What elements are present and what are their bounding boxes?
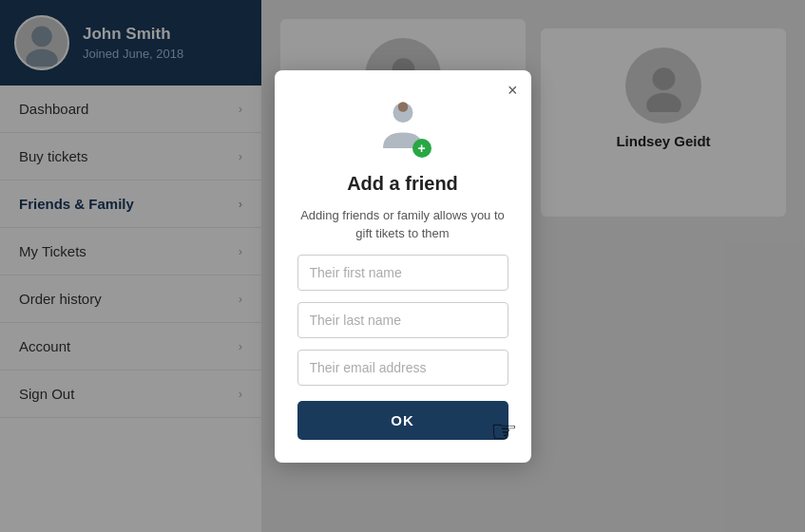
app-container: John Smith Joined June, 2018 Dashboard ›… <box>0 0 805 532</box>
add-badge-icon: + <box>412 139 431 158</box>
add-friend-modal: × + Add a friend Adding friends or famil… <box>275 70 531 463</box>
modal-title: Add a friend <box>347 173 458 195</box>
modal-description: Adding friends or family allows you to g… <box>297 206 508 243</box>
last-name-input[interactable] <box>297 302 508 338</box>
first-name-input[interactable] <box>297 255 508 291</box>
ok-button[interactable]: OK <box>297 401 508 440</box>
modal-icon-wrapper: + <box>374 97 431 158</box>
modal-close-button[interactable]: × <box>508 82 518 99</box>
svg-point-9 <box>397 102 408 112</box>
modal-overlay: × + Add a friend Adding friends or famil… <box>0 0 805 532</box>
email-input[interactable] <box>297 350 508 386</box>
